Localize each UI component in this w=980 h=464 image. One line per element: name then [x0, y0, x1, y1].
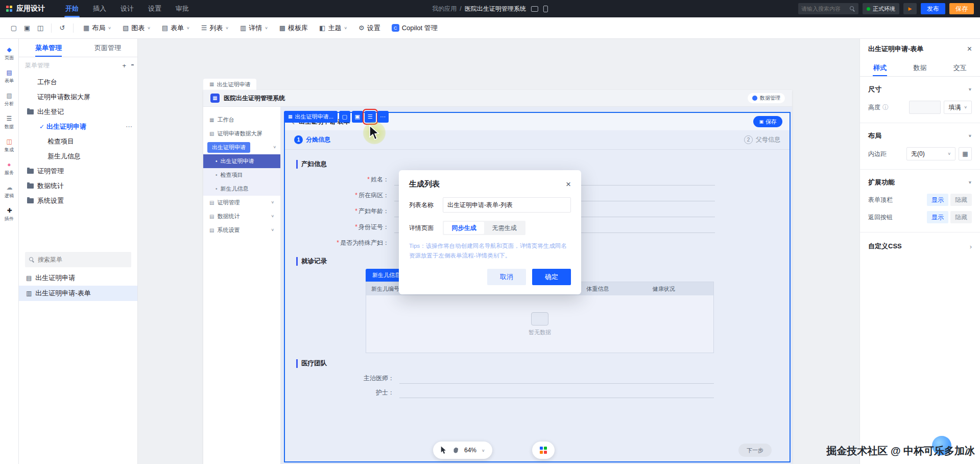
selected-component-label[interactable]: ▦出生证明申请...: [284, 111, 338, 123]
data-management-pill[interactable]: 数据管理: [748, 93, 785, 103]
copy-icon[interactable]: ▢: [7, 21, 20, 35]
padding-select[interactable]: 无(0)∨: [906, 147, 955, 160]
tree-folder-cert-management[interactable]: 证明管理: [19, 164, 137, 178]
chevron-down-icon[interactable]: ∨: [482, 448, 485, 452]
desktop-preview-icon[interactable]: [531, 6, 538, 12]
duplicate-component-button[interactable]: ▢: [339, 111, 350, 123]
pointer-tool-icon[interactable]: [440, 446, 447, 454]
chart-dropdown[interactable]: ▧图表∨: [117, 21, 156, 35]
mobile-preview-icon[interactable]: [543, 6, 548, 12]
show-option[interactable]: 显示: [927, 211, 948, 223]
show-option[interactable]: 显示: [927, 194, 948, 206]
template-library-button[interactable]: ▩模板库: [274, 21, 314, 35]
hide-option[interactable]: 隐藏: [950, 211, 972, 223]
zoom-level[interactable]: 64%: [464, 447, 476, 454]
tree-item-birth-cert-apply[interactable]: ✓出生证明申请⋯: [19, 119, 137, 134]
generate-page-button[interactable]: ▣: [352, 111, 363, 123]
pnav-data-statistics[interactable]: ▤数据统计∨: [203, 210, 280, 223]
menu-settings[interactable]: 设置: [141, 0, 169, 17]
tree-folder-system-settings[interactable]: 系统设置: [19, 193, 137, 208]
text-input[interactable]: [399, 387, 714, 398]
more-actions-button[interactable]: ⋯: [377, 111, 389, 123]
step-parent-info[interactable]: 2父母信息: [744, 135, 780, 144]
rail-item-service[interactable]: ●服务: [4, 161, 14, 176]
hand-tool-icon[interactable]: [452, 447, 459, 454]
tree-item-check-items[interactable]: 检查项目: [19, 134, 137, 149]
history-icon[interactable]: ↺: [56, 21, 69, 35]
pnav-dashboard[interactable]: ▧证明申请数据大屏: [203, 127, 280, 141]
section-size[interactable]: 尺寸∨: [860, 77, 980, 98]
preview-run-button[interactable]: ▶: [903, 3, 917, 14]
save-button[interactable]: 保存: [949, 3, 974, 14]
cancel-button[interactable]: 取消: [487, 269, 526, 285]
rail-item-integration[interactable]: ◫集成: [4, 138, 14, 153]
close-icon[interactable]: ×: [566, 180, 571, 189]
height-input[interactable]: [909, 101, 941, 114]
widgets-button[interactable]: [532, 442, 555, 459]
confirm-button[interactable]: 确定: [532, 269, 571, 285]
tree-folder-data-statistics[interactable]: 数据统计: [19, 178, 137, 193]
step-delivery-info[interactable]: 1分娩信息: [294, 135, 330, 144]
padding-detail-icon[interactable]: ▦: [959, 147, 972, 160]
section-extensions[interactable]: 扩展功能∨: [860, 170, 980, 191]
tab-page-management[interactable]: 页面管理: [78, 39, 137, 57]
publish-button[interactable]: 发布: [921, 3, 945, 14]
copilot-button[interactable]: CCopilot 管理: [386, 21, 443, 35]
tree-item-dashboard[interactable]: 证明申请数据大屏: [19, 89, 137, 104]
hide-option[interactable]: 隐藏: [950, 194, 972, 206]
rail-item-analysis[interactable]: ▧分析: [4, 92, 14, 107]
apps-grid-icon[interactable]: [6, 6, 12, 12]
pnav-cert-management[interactable]: ▤证明管理∨: [203, 196, 280, 210]
menu-design[interactable]: 设计: [113, 0, 141, 17]
tab-data[interactable]: 数据: [900, 59, 940, 76]
rail-item-data[interactable]: ☰数据: [4, 115, 14, 130]
height-unit-select[interactable]: 填满∨: [944, 101, 972, 114]
page-item-birth-cert-apply[interactable]: ▤出生证明申请: [19, 270, 137, 286]
next-step-button[interactable]: 下一步: [738, 444, 772, 457]
menu-start[interactable]: 开始: [58, 0, 86, 17]
pnav-birth-cert-apply[interactable]: •出生证明申请: [203, 154, 280, 168]
paste-icon[interactable]: ▣: [20, 21, 34, 35]
search-input[interactable]: [801, 6, 850, 12]
rail-item-logic[interactable]: ☁逻辑: [4, 184, 14, 199]
detail-dropdown[interactable]: ▥详情∨: [234, 21, 274, 35]
form-dropdown[interactable]: ▤表单∨: [156, 21, 196, 35]
tab-interaction[interactable]: 交互: [940, 59, 980, 76]
settings-button[interactable]: ⚙设置: [353, 21, 386, 35]
sync-generate-option[interactable]: 同步生成: [444, 222, 484, 234]
text-input[interactable]: [399, 373, 714, 384]
environment-badge[interactable]: 正式环境: [863, 3, 899, 14]
panel-search-input[interactable]: [38, 256, 127, 263]
pnav-check-items[interactable]: •检查项目: [203, 168, 280, 182]
pnav-newborn-info[interactable]: •新生儿信息: [203, 182, 280, 196]
preview-tab[interactable]: ▦ 出生证明申请: [203, 79, 256, 90]
topbar-search[interactable]: [798, 3, 858, 14]
tab-style[interactable]: 样式: [860, 59, 900, 76]
tab-menu-management[interactable]: 菜单管理: [19, 39, 78, 57]
page-item-birth-cert-form[interactable]: ▥出生证明申请-表单: [19, 286, 137, 301]
rail-item-plugin[interactable]: ✚插件: [4, 207, 14, 222]
rail-item-form[interactable]: ▤表单: [4, 69, 14, 84]
menu-insert[interactable]: 插入: [86, 0, 113, 17]
layout-dropdown[interactable]: ▦布局∨: [78, 21, 117, 35]
tree-folder-birth-registration[interactable]: 出生登记: [19, 104, 137, 119]
menu-approval[interactable]: 审批: [169, 0, 196, 17]
pnav-workbench[interactable]: ▦工作台: [203, 113, 280, 127]
tree-item-workbench[interactable]: 工作台: [19, 75, 137, 89]
pnav-system-settings[interactable]: ▤系统设置∨: [203, 223, 280, 237]
form-save-button[interactable]: ▣保存: [753, 116, 782, 127]
close-icon[interactable]: ×: [967, 45, 972, 53]
theme-dropdown[interactable]: ◧主题∨: [314, 21, 353, 35]
rail-item-page[interactable]: ◆页面: [4, 46, 14, 61]
add-menu-icon[interactable]: +: [122, 62, 126, 69]
list-dropdown[interactable]: ☰列表∨: [196, 21, 234, 35]
delete-icon[interactable]: ◫: [34, 21, 47, 35]
section-layout[interactable]: 布局∨: [860, 123, 980, 145]
custom-css-row[interactable]: 自定义CSS ›: [860, 233, 980, 260]
more-icon[interactable]: ⋯: [126, 123, 132, 130]
list-name-input[interactable]: [443, 197, 571, 213]
pnav-group-active[interactable]: 出生证明申请∨: [203, 141, 280, 154]
breadcrumb-parent[interactable]: 我的应用: [432, 5, 457, 12]
panel-search[interactable]: [25, 252, 131, 267]
no-generate-option[interactable]: 无需生成: [484, 222, 524, 234]
